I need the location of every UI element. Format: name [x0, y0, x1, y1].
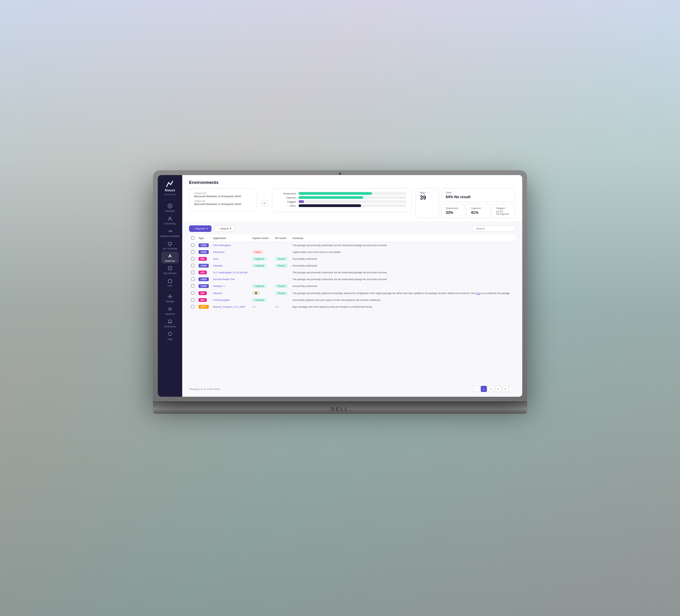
reports-chevron-icon: ▾	[206, 227, 208, 230]
type-badge-6: USER	[199, 284, 209, 288]
capture-result-badge-3[interactable]: Captured	[252, 264, 267, 268]
row-capture-8[interactable]: Captured	[250, 297, 273, 304]
row-ist-3[interactable]: Passed	[273, 262, 291, 269]
table-scroll-container[interactable]: Type ↕ Application ↕ Capture result ↕ IS…	[189, 235, 515, 382]
col-checkbox	[189, 235, 197, 242]
sidebar-item-notifications[interactable]: Notifications	[158, 317, 182, 329]
page-3-button[interactable]: 3	[495, 386, 501, 392]
row-checkbox-5[interactable]	[191, 277, 194, 281]
stats-row-2: Modernized 33% Captured 41%	[441, 204, 515, 218]
row-summary-3: Successfully modernized	[290, 262, 515, 269]
row-checkbox-9[interactable]	[191, 305, 194, 308]
row-capture-3[interactable]: Captured	[250, 262, 273, 269]
migration-label: Migration Suitability	[160, 235, 180, 237]
sidebar: Rimo3 Demosystem Packages	[158, 175, 182, 397]
col-application[interactable]: Application ↕	[211, 235, 250, 242]
row-ist-7[interactable]: Passed	[273, 290, 291, 297]
msix-label: MSix	[168, 285, 172, 287]
row-checkbox-3[interactable]	[191, 264, 194, 267]
row-app-7[interactable]: UltraVon	[211, 290, 250, 297]
capture-result-warning-7[interactable]	[252, 291, 260, 295]
refresh-button[interactable]: ↻	[261, 200, 268, 207]
sidebar-item-sage[interactable]: Sage	[158, 329, 182, 342]
row-type-6: USER	[197, 283, 211, 290]
row-app-3[interactable]: Intraview	[211, 262, 250, 269]
row-app-2[interactable]: Orca	[211, 256, 250, 262]
row-capture-2[interactable]: Captured	[250, 256, 273, 262]
row-app-6[interactable]: Notepad ++	[211, 283, 250, 290]
row-capture-1[interactable]: Failed	[250, 249, 273, 256]
capture-result-badge-1[interactable]: Failed	[252, 250, 264, 254]
col-summary[interactable]: Summary ↕	[290, 235, 515, 242]
system-name: Demosystem	[164, 193, 176, 195]
row-summary-4: This package was previously modernized, …	[290, 269, 515, 276]
row-ist-6[interactable]: Passed	[273, 283, 291, 290]
row-capture-6[interactable]: Captured	[250, 283, 273, 290]
row-app-5[interactable]: Acrobat Reader Test	[211, 276, 250, 283]
row-checkbox-cell	[189, 249, 197, 256]
capture-result-badge-8[interactable]: Captured	[252, 298, 267, 302]
page-1-button[interactable]: 1	[481, 386, 487, 392]
ist-result-badge-2[interactable]: Passed	[275, 257, 288, 261]
page-title: Environments	[189, 180, 515, 185]
row-checkbox-8[interactable]	[191, 298, 194, 302]
row-capture-5: -	[250, 276, 273, 283]
row-checkbox-6[interactable]	[191, 284, 194, 288]
sidebar-item-msix[interactable]: MSix	[158, 276, 182, 289]
search-input[interactable]	[472, 225, 515, 232]
row-capture-4: -	[250, 269, 273, 276]
capture-result-badge-6[interactable]: Captured	[252, 284, 267, 288]
advanced-label: advanced	[165, 313, 175, 315]
row-checkbox-2[interactable]	[191, 257, 194, 260]
row-app-8[interactable]: ControlUpAgent	[211, 297, 250, 304]
sidebar-item-migration[interactable]: Migration Suitability	[158, 226, 182, 239]
table-row: APPVBeyond_Compare_3.3.2_MNTN/AN/AAppv' …	[189, 304, 515, 310]
col-type[interactable]: Type ↕	[197, 235, 211, 242]
ist-result-badge-3[interactable]: Passed	[275, 264, 288, 268]
sidebar-item-advanced[interactable]: advanced	[158, 304, 182, 317]
summary-link-7[interactable]: here	[476, 292, 480, 294]
stat-box-flagged: Flagged 0% IST 3% Captured	[492, 204, 515, 218]
table-row: USERNotepad ++CapturedPassedSuccessfully…	[189, 283, 515, 290]
sidebar-item-appvolumes[interactable]: App Volumes	[158, 263, 182, 276]
prev-page-button[interactable]: ‹	[474, 386, 480, 392]
next-page-button[interactable]: ›	[509, 386, 515, 392]
col-capture-result[interactable]: Capture result ↕	[250, 235, 273, 242]
row-capture-7[interactable]	[250, 290, 273, 297]
sidebar-item-avd[interactable]: AVD Suitability	[158, 239, 182, 252]
row-app-0[interactable]: Citrix Workspace	[211, 242, 250, 249]
row-checkbox-cell	[189, 290, 197, 297]
row-checkbox-cell	[189, 256, 197, 262]
modernize-label: Modernize	[165, 260, 175, 262]
row-ist-2[interactable]: Passed	[273, 256, 291, 262]
sidebar-item-manage[interactable]: Manage	[158, 292, 182, 304]
page-2-button[interactable]: 2	[488, 386, 494, 392]
ist-result-badge-6[interactable]: Passed	[275, 284, 288, 288]
laptop-wrapper: Rimo3 Demosystem Packages	[153, 170, 527, 425]
export-button[interactable]: ↑ Export ▾	[214, 225, 235, 232]
ist-result-badge-7[interactable]: Passed	[275, 291, 288, 295]
page-4-button[interactable]: 4	[502, 386, 508, 392]
sidebar-item-onboarding[interactable]: Onboarding	[158, 214, 182, 226]
type-badge-9: APPV	[199, 305, 209, 309]
export-icon: ↑	[218, 227, 219, 230]
sidebar-logo: Rimo3	[165, 179, 175, 192]
col-ist-result[interactable]: IST result ↕	[273, 235, 291, 242]
table-row: MSIVLC media player 3.0.18 (64-bit)--Thi…	[189, 269, 515, 276]
select-all-checkbox[interactable]	[191, 236, 194, 240]
sidebar-item-packages[interactable]: Packages	[158, 201, 182, 214]
reports-button[interactable]: ↓ Reports ▾	[189, 225, 211, 232]
capture-result-badge-2[interactable]: Captured	[252, 257, 267, 261]
row-checkbox-0[interactable]	[191, 243, 194, 247]
row-checkbox-7[interactable]	[191, 291, 194, 295]
sort-capture-icon: ↕	[270, 237, 271, 239]
row-checkbox-4[interactable]	[191, 271, 194, 274]
row-checkbox-1[interactable]	[191, 250, 194, 254]
row-app-1[interactable]: Virtual Box	[211, 249, 250, 256]
sidebar-item-modernize[interactable]: Modernize	[161, 252, 179, 263]
row-app-4[interactable]: VLC media player 3.0.18 (64-bit)	[211, 269, 250, 276]
flagged-stat-value: 0% IST	[496, 210, 511, 213]
manage-icon	[167, 293, 173, 300]
row-app-9[interactable]: Beyond_Compare_3.3.2_MNT	[211, 304, 250, 310]
reports-label: Reports	[196, 227, 205, 230]
